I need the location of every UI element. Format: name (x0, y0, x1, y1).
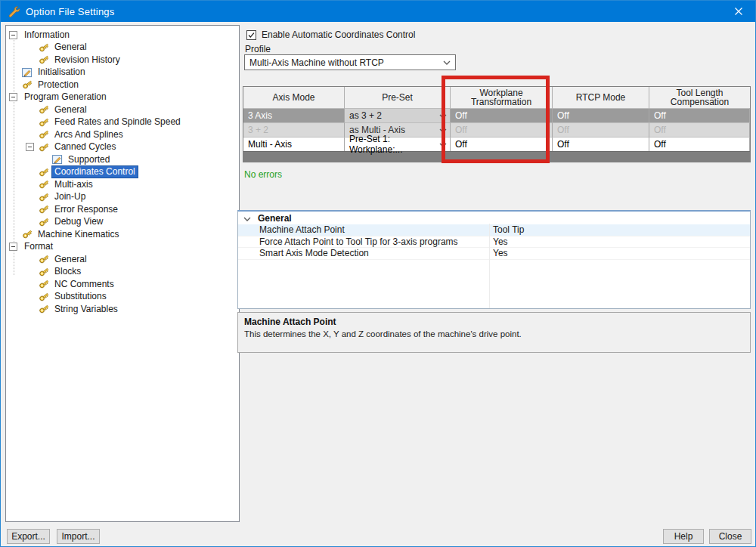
key-icon (39, 54, 49, 65)
tree-item-multi-axis[interactable]: Multi-axis (6, 178, 239, 191)
collapse-icon[interactable] (9, 243, 17, 251)
tree-item-nc-comments[interactable]: NC Comments (6, 278, 239, 291)
axis-mode-cell: 3 Axis (243, 108, 345, 122)
description-title: Machine Attach Point (244, 317, 744, 327)
tree-item-canned-cycles[interactable]: Canned Cycles (6, 141, 239, 154)
axis-mode-cell: 3 + 2 (243, 122, 345, 137)
key-icon (39, 292, 49, 302)
close-button[interactable]: Close (709, 529, 751, 544)
property-grid: General Machine Attach Point Tool Tip Fo… (237, 210, 751, 309)
option-file-settings-dialog: Option File Settings Information General… (0, 0, 756, 547)
key-icon (39, 179, 49, 190)
property-group-label: General (258, 213, 292, 224)
tree-item-blocks[interactable]: Blocks (6, 266, 239, 279)
tree-item-supported[interactable]: Supported (6, 153, 239, 166)
tree-item-format[interactable]: Format (6, 241, 239, 254)
tool-length-compensation-cell[interactable]: Off (649, 108, 750, 122)
tree-item-general-format[interactable]: General (6, 253, 239, 266)
workplane-transformation-cell[interactable]: Off (451, 108, 553, 122)
key-icon (39, 279, 49, 289)
tree-item-general-program[interactable]: General (6, 104, 239, 116)
close-window-button[interactable] (721, 1, 755, 22)
collapse-icon[interactable] (26, 143, 34, 151)
pencil-page-icon (22, 67, 33, 78)
tree-item-substitutions[interactable]: Substitutions (6, 291, 239, 304)
property-row-force-attach-point[interactable]: Force Attach Point to Tool Tip for 3-axi… (238, 236, 750, 249)
key-icon (39, 204, 49, 215)
window-title: Option File Settings (26, 6, 114, 17)
import-button[interactable]: Import... (57, 529, 100, 544)
axis-mode-table: Axis Mode Pre-Set Workplane Transformati… (243, 86, 751, 162)
settings-tree: Information General Revision History Ini… (6, 29, 239, 316)
table-footer-strip (243, 151, 750, 162)
title-bar[interactable]: Option File Settings (1, 1, 755, 22)
property-row-machine-attach-point[interactable]: Machine Attach Point Tool Tip (238, 224, 750, 236)
help-button[interactable]: Help (663, 529, 704, 544)
pre-set-dropdown-cell[interactable]: as 3 + 2 (345, 108, 451, 122)
axis-mode-cell: Multi - Axis (243, 137, 345, 151)
key-icon (39, 104, 49, 115)
tree-item-general-information[interactable]: General (6, 42, 239, 54)
tool-length-compensation-cell: Off (649, 122, 750, 137)
status-text: No errors (244, 169, 282, 180)
collapse-icon[interactable] (9, 31, 17, 39)
tree-item-coordinates-control[interactable]: Coordinates Control (6, 166, 239, 179)
tree-item-join-up[interactable]: Join-Up (6, 191, 239, 204)
profile-dropdown-value: Multi-Axis Machine without RTCP (249, 57, 384, 68)
property-value[interactable]: Tool Tip (490, 224, 524, 235)
property-value[interactable]: Yes (490, 236, 508, 247)
key-icon (22, 79, 33, 90)
tool-length-compensation-cell[interactable]: Off (649, 137, 750, 151)
column-header-rtcp-mode: RTCP Mode (553, 87, 649, 108)
chevron-down-icon (439, 114, 447, 119)
key-icon (22, 229, 33, 240)
tree-item-feed-rates[interactable]: Feed Rates and Spindle Speed (6, 116, 239, 129)
property-row-smart-axis-mode[interactable]: Smart Axis Mode Detection Yes (238, 248, 750, 260)
pencil-page-icon (52, 154, 63, 165)
key-icon (39, 254, 49, 264)
tree-item-protection[interactable]: Protection (6, 79, 239, 91)
column-header-workplane-transformation: Workplane Transformation (451, 87, 553, 108)
tree-item-string-variables[interactable]: String Variables (6, 303, 239, 316)
enable-coordinates-control-row: Enable Automatic Coordinates Control (246, 29, 415, 40)
collapse-icon[interactable] (9, 93, 17, 101)
chevron-down-icon (443, 60, 451, 65)
key-icon (39, 167, 49, 178)
property-grid-divider (489, 224, 490, 308)
key-icon (39, 192, 49, 202)
tree-item-error-response[interactable]: Error Response (6, 203, 239, 216)
tree-item-arcs-and-splines[interactable]: Arcs And Splines (6, 128, 239, 141)
workplane-transformation-cell[interactable]: Off (451, 137, 553, 151)
description-text: This determines the X, Y and Z coordinat… (244, 329, 744, 338)
workplane-transformation-cell: Off (451, 122, 553, 137)
pre-set-dropdown-cell[interactable]: Pre-Set 1: Workplane:... (345, 137, 451, 151)
profile-label: Profile (245, 44, 271, 54)
tree-item-program-generation[interactable]: Program Generation (6, 91, 239, 104)
tree-item-machine-kinematics[interactable]: Machine Kinematics (6, 228, 239, 241)
enable-coordinates-control-label: Enable Automatic Coordinates Control (262, 29, 415, 40)
property-group-general[interactable]: General (238, 212, 750, 224)
key-icon (39, 217, 49, 227)
description-panel: Machine Attach Point This determines the… (237, 312, 751, 353)
chevron-down-icon (439, 128, 447, 133)
property-value[interactable]: Yes (490, 248, 508, 258)
table-row-3-axis: 3 Axis as 3 + 2 Off Off Off (243, 108, 750, 122)
axis-mode-table-header: Axis Mode Pre-Set Workplane Transformati… (243, 87, 750, 108)
key-icon (39, 142, 49, 153)
key-icon (39, 304, 49, 314)
profile-dropdown[interactable]: Multi-Axis Machine without RTCP (244, 54, 456, 70)
table-row-multi-axis: Multi - Axis Pre-Set 1: Workplane:... Of… (243, 137, 750, 151)
column-header-axis-mode: Axis Mode (243, 87, 345, 108)
rtcp-mode-cell[interactable]: Off (553, 137, 649, 151)
checkmark-icon (247, 30, 256, 40)
enable-coordinates-control-checkbox[interactable] (246, 30, 256, 40)
tree-item-debug-view[interactable]: Debug View (6, 216, 239, 229)
export-button[interactable]: Export... (7, 529, 50, 544)
key-icon (39, 42, 49, 53)
tree-item-initialisation[interactable]: Initialisation (6, 66, 239, 79)
tree-item-information[interactable]: Information (6, 29, 239, 42)
rtcp-mode-cell[interactable]: Off (553, 108, 649, 122)
tree-item-revision-history[interactable]: Revision History (6, 54, 239, 66)
column-header-tool-length-compensation: Tool Length Compensation (649, 87, 750, 108)
close-icon (735, 8, 742, 15)
